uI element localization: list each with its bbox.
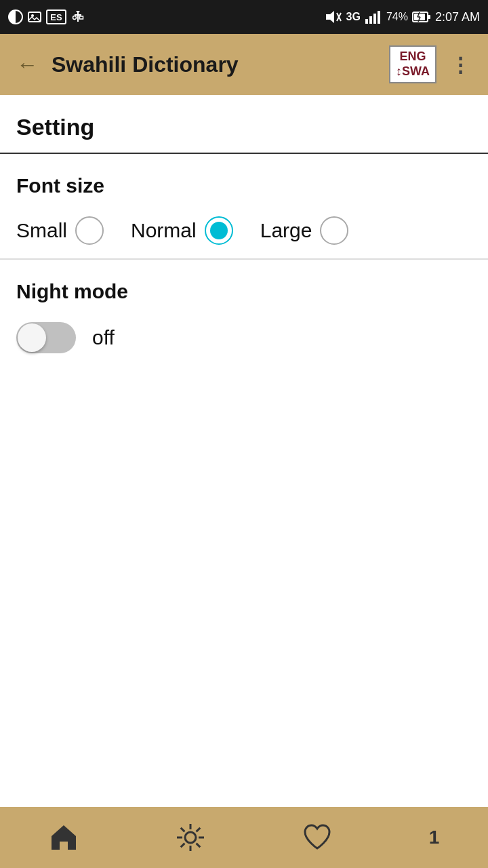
font-large-radio[interactable] (320, 216, 348, 245)
night-mode-toggle-row: off (16, 322, 472, 353)
language-badge[interactable]: ENG ↕SWA (389, 45, 436, 83)
night-mode-section: Night mode off (0, 260, 488, 374)
setting-header: Setting (0, 95, 488, 154)
image-icon (27, 9, 42, 24)
content-area: Setting Font size Small Normal Large (0, 95, 488, 374)
font-large-label: Large (260, 219, 312, 242)
mute-icon (325, 9, 342, 24)
settings-icon (176, 823, 205, 852)
svg-line-30 (196, 844, 200, 848)
svg-rect-13 (365, 19, 368, 24)
back-button[interactable]: ← (11, 47, 43, 83)
lang-line1: ENG (396, 50, 430, 64)
night-mode-toggle[interactable] (16, 322, 76, 353)
svg-rect-8 (80, 16, 83, 19)
font-option-normal[interactable]: Normal (131, 216, 233, 245)
svg-rect-18 (428, 15, 430, 19)
status-right-icons: 3G 74% 2:07 AM (325, 9, 480, 24)
nav-favorites[interactable] (286, 814, 348, 861)
radio-inner-dot (210, 222, 228, 239)
nav-count-label: 1 (429, 827, 440, 848)
home-icon (49, 823, 79, 852)
svg-text:ES: ES (50, 12, 62, 22)
clock: 2:07 AM (435, 10, 480, 24)
svg-rect-16 (378, 11, 380, 24)
signal-icon (365, 9, 382, 24)
svg-line-32 (180, 844, 184, 848)
nav-count[interactable]: 1 (413, 818, 456, 856)
more-options-button[interactable]: ⋮ (445, 47, 477, 82)
es-icon: ES (46, 9, 66, 24)
font-size-options: Small Normal Large (16, 216, 472, 245)
svg-point-24 (185, 832, 196, 843)
svg-marker-9 (76, 11, 80, 14)
svg-line-31 (196, 828, 200, 832)
svg-rect-15 (373, 14, 376, 24)
toggle-knob (18, 323, 46, 352)
night-mode-title: Night mode (16, 280, 472, 303)
nav-home[interactable] (33, 814, 95, 861)
font-normal-radio[interactable] (205, 216, 233, 245)
svg-rect-14 (369, 16, 372, 24)
status-left-icons: ES (8, 9, 85, 24)
heart-icon (302, 823, 332, 852)
usb-icon (70, 9, 85, 24)
font-size-section: Font size Small Normal Large (0, 154, 488, 260)
app-title: Swahili Dictionary (52, 52, 381, 77)
svg-marker-23 (52, 825, 76, 850)
font-option-small[interactable]: Small (16, 216, 104, 245)
font-size-title: Font size (16, 174, 472, 197)
brightness-icon (8, 9, 23, 24)
night-mode-state-label: off (92, 326, 115, 349)
svg-point-7 (73, 16, 77, 20)
svg-line-29 (180, 828, 184, 832)
font-option-large[interactable]: Large (260, 216, 349, 245)
battery-percent: 74% (386, 11, 408, 23)
font-normal-label: Normal (131, 219, 197, 242)
network-type: 3G (346, 11, 361, 23)
battery-icon (412, 10, 431, 24)
app-bar: ← Swahili Dictionary ENG ↕SWA ⋮ (0, 34, 488, 95)
status-bar: ES 3G 74% (0, 0, 488, 34)
font-small-radio[interactable] (75, 216, 104, 245)
svg-marker-10 (326, 11, 334, 23)
font-small-label: Small (16, 219, 67, 242)
bottom-nav: 1 (0, 807, 488, 868)
nav-settings[interactable] (159, 814, 222, 861)
lang-line2: ↕SWA (396, 64, 430, 79)
